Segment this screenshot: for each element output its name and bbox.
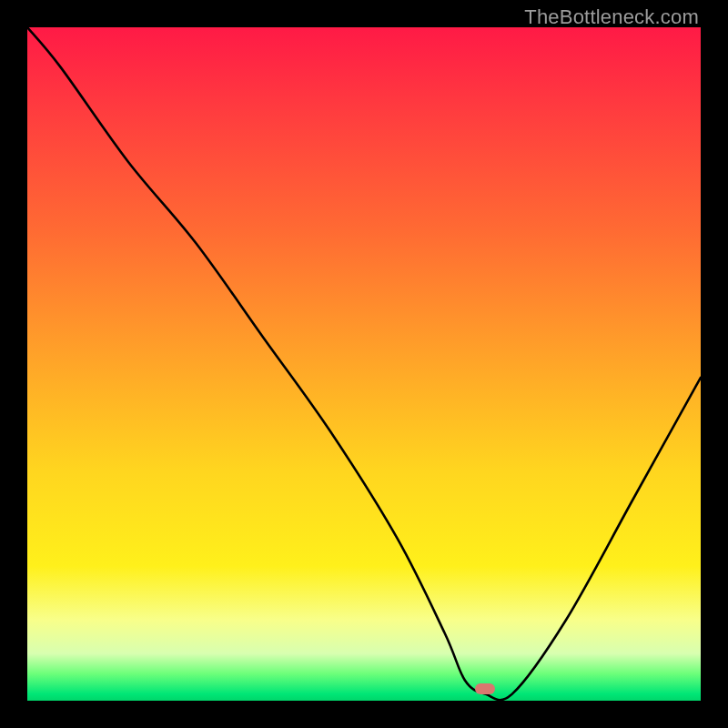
minimum-marker — [475, 683, 495, 694]
chart-stage: TheBottleneck.com — [0, 0, 728, 728]
curve-line — [27, 27, 701, 700]
curve-svg — [27, 27, 701, 701]
plot-area — [27, 27, 701, 701]
watermark-text: TheBottleneck.com — [524, 5, 699, 29]
